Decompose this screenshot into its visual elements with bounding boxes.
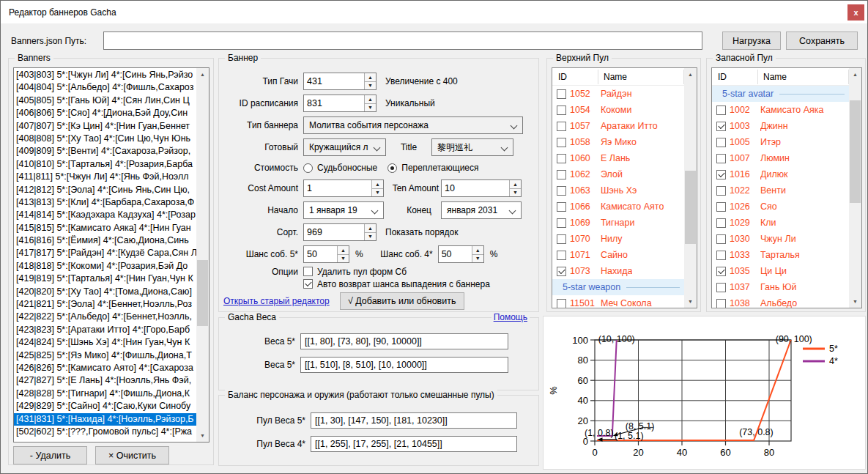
row-checkbox[interactable] [716,202,726,212]
pool-row[interactable]: 1003Джинн [712,118,849,134]
spin-down-icon[interactable]: ▼ [338,254,349,263]
pool-row[interactable]: 1033Тарталья [712,247,849,263]
spin-up-icon[interactable]: ▲ [472,246,483,254]
pool-row[interactable]: 1073Нахида [552,263,684,279]
old-editor-link[interactable]: Открыть старый редактор [223,296,330,306]
sort-value[interactable]: 969 [304,224,364,240]
sort-spinner[interactable]: 969 ▲▼ [303,223,376,241]
id-column-header[interactable]: ID [558,72,567,82]
pool-row[interactable]: 1002Камисато Аяка [712,102,849,118]
pool-row[interactable]: 1063Шэнь Хэ [552,182,684,199]
row-checkbox[interactable] [557,218,566,228]
banner-list-item[interactable]: [409|809] 5*:[Венти] 4*:[Сахароза,Рэйзор… [14,145,197,158]
scroll-down-icon[interactable]: ▼ [196,429,209,442]
intertwined-radio-label[interactable]: Переплетающиеся [401,163,478,173]
row-checkbox[interactable] [716,122,726,131]
pool-row[interactable]: 1022Венти [712,182,849,199]
spin-down-icon[interactable]: ▼ [372,188,383,197]
spin-down-icon[interactable]: ▼ [365,103,376,112]
prefab-combo[interactable]: Кружащийся л [303,138,386,156]
delete-banner-button[interactable]: - Удалить [13,446,87,464]
title-combo[interactable]: 黎明巡礼 [431,138,513,156]
spin-up-icon[interactable]: ▲ [338,246,349,254]
remove-pool-label[interactable]: Удалить пул форм Сб [317,267,407,277]
banner-list-item[interactable]: [404|804] 5*:[Альбедо] 4*:[Фишль,Сахароз [14,81,197,94]
pool-row[interactable]: 1054Кокоми [552,102,684,118]
save-button[interactable]: Сохранять [786,32,858,50]
weights5-input[interactable] [300,333,508,349]
pool-row[interactable]: 1057Аратаки Итто [552,118,684,134]
spin-down-icon[interactable]: ▼ [365,81,376,90]
begin-date-picker[interactable]: 1 января 19 [303,201,384,219]
banner-list-item[interactable]: [420|820] 5*:[Ху Тао] 4*:[Тома,Диона,Саю… [14,286,197,298]
ten-amount-value[interactable]: 10 [442,180,509,196]
banner-list-item[interactable]: [421|821] 5*:[Эола] 4*:[Беннет,Ноэлль,Ро… [14,298,197,311]
upper-pool-listview[interactable]: ID Name 1052Райдэн1054Кокоми1057Аратаки … [552,67,697,308]
pool-row[interactable]: 1030Чжун Ли [712,231,849,247]
reserve-pool-scrollbar[interactable]: ▲ ▼ [849,68,861,308]
end-date-picker[interactable]: января 2031 [441,201,522,219]
pool-row[interactable]: 1035Ци Ци [712,263,849,279]
scroll-up-icon[interactable]: ▲ [196,68,209,81]
spin-up-icon[interactable]: ▲ [365,95,376,103]
row-checkbox[interactable] [557,170,566,179]
spin-down-icon[interactable]: ▼ [510,188,521,197]
pool-row[interactable]: 1062Элой [552,166,684,182]
banner-type-combo[interactable]: Молитва события персонажа [303,116,523,134]
remove-pool-checkbox[interactable] [303,267,313,276]
banners-listbox[interactable]: [403|803] 5*:[Чжун Ли] 4*:[Синь Янь,Рэйз… [13,67,209,442]
pool-row[interactable]: 1069Тигнари [552,215,684,231]
close-button[interactable]: x [847,4,864,21]
scroll-thumb[interactable] [197,260,208,326]
banner-list-item[interactable]: [431|831] 5*:[Нахида] 4*:[Ноэлль,Рэйзор,… [14,413,197,426]
ten-amount-spinner[interactable]: 10 ▲▼ [441,179,522,197]
cost-amount-value[interactable]: 1 [304,180,371,196]
path-input[interactable] [103,32,702,50]
row-checkbox[interactable] [716,154,726,163]
id-column-header[interactable]: ID [718,72,727,82]
auto-return-label[interactable]: Авто возврат шанса выпадения с баннера [317,279,490,289]
pool-row[interactable]: 1071Сайно [552,247,684,263]
pool-row[interactable]: 1052Райдэн [552,86,684,102]
chance4-spinner[interactable]: 50 ▲▼ [438,245,484,263]
row-checkbox[interactable] [557,267,566,276]
pool-weights4-input[interactable] [311,436,517,452]
pool-row[interactable]: 1005Итэр [712,134,849,150]
pool-row[interactable]: 1026Сяо [712,199,849,215]
row-checkbox[interactable] [557,186,566,196]
row-checkbox[interactable] [557,154,566,163]
spin-down-icon[interactable]: ▼ [472,254,483,263]
row-checkbox[interactable] [716,267,726,276]
banner-list-item[interactable]: [422|822] 5*:[Альбедо] 4*:[Беннет,Ноэлль… [14,311,197,323]
banner-list-item[interactable]: [423|823] 5*:[Аратаки Итто] 4*:[Горо,Бар… [14,324,197,336]
banner-list-item[interactable]: [427|827] 5*:[Е Лань] 4*:[Ноэлль,Янь Фэй… [14,374,197,387]
row-checkbox[interactable] [716,283,726,292]
banner-list-item[interactable]: [410|810] 5*:[Тарталья] 4*:[Розария,Барб… [14,158,197,171]
banner-list-item[interactable]: [429|829] 5*:[Сайно] 4*:[Саю,Куки Синобу [14,400,197,412]
pool-row[interactable]: 1037Гань Юй [712,279,849,295]
pool-row[interactable]: 1058Яэ Мико [552,134,684,150]
row-checkbox[interactable] [716,138,726,147]
banner-list-item[interactable]: [416|816] 5*:[Ёимия] 4*:[Саю,Диона,Синь [14,234,197,247]
add-or-update-button[interactable]: √ Добавить или обновить [340,292,464,310]
row-checkbox[interactable] [716,251,726,260]
pool-weights5-input[interactable] [311,412,517,429]
banner-list-item[interactable]: [408|808] 5*:[Ху Тао] 4*:[Син Цю,Чун Юнь [14,133,197,145]
auto-return-checkbox[interactable] [303,279,313,289]
banner-list-item[interactable]: [502|602] 5*:[???,Громовой пульс] 4*:[Рж… [14,426,197,438]
banner-list-item[interactable]: [425|825] 5*:[Яэ Мико] 4*:[Фишль,Диона,Т [14,349,197,362]
row-checkbox[interactable] [716,299,726,308]
row-checkbox[interactable] [716,105,726,115]
row-checkbox[interactable] [557,138,566,147]
pool-row[interactable]: 1060Е Лань [552,150,684,166]
schedule-id-value[interactable]: 831 [304,95,364,111]
name-column-header[interactable]: Name [604,72,627,82]
row-checkbox[interactable] [557,299,566,308]
banner-list-item[interactable]: [428|828] 5*:[Тигнари] 4*:[Фишль,Диона,К [14,388,197,400]
banner-list-item[interactable]: [414|814] 5*:[Каэдэхара Кадзуха] 4*:[Роз… [14,209,197,221]
banner-list-item[interactable]: [418|818] 5*:[Кокоми] 4*:[Розария,Бэй До [14,260,197,273]
spin-up-icon[interactable]: ▲ [510,180,521,188]
row-checkbox[interactable] [716,186,726,196]
clear-banners-button[interactable]: × Очистить [95,446,169,464]
help-link[interactable]: Помощь [492,312,530,322]
